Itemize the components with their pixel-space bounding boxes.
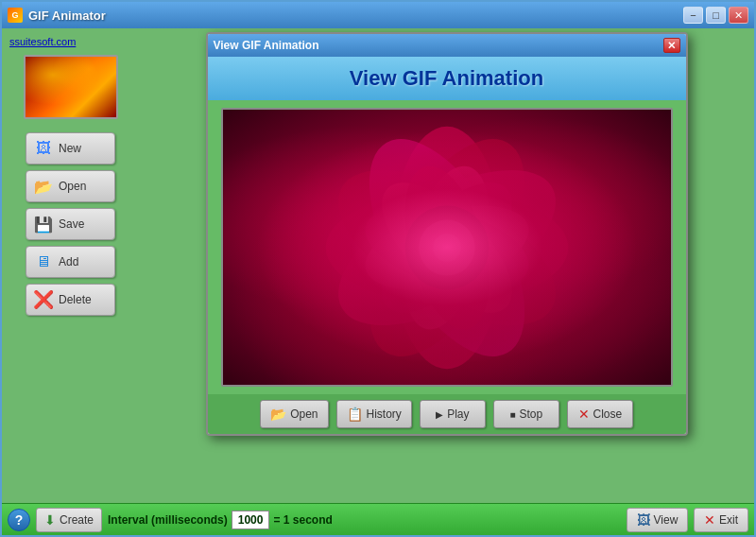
main-window: G GIF Animator − □ ✕ ssuitesoft.com 🖼 Ne… xyxy=(0,0,756,537)
close-window-button[interactable]: ✕ xyxy=(729,7,748,24)
exit-label: Exit xyxy=(719,513,738,527)
interval-display: Interval (milliseconds) 1000 = 1 second xyxy=(108,511,333,529)
modal-history-icon: 📋 xyxy=(347,407,363,422)
title-bar-left: G GIF Animator xyxy=(8,8,106,23)
interval-unit: = 1 second xyxy=(273,513,332,527)
add-button[interactable]: 🖥 Add xyxy=(26,246,115,278)
modal-history-label: History xyxy=(367,407,402,421)
new-label: New xyxy=(59,142,81,155)
flower-petals-overlay xyxy=(223,110,671,385)
app-title: GIF Animator xyxy=(28,9,106,23)
save-icon: 💾 xyxy=(34,215,53,234)
save-label: Save xyxy=(59,217,84,231)
modal-close-footer-button[interactable]: ✕ Close xyxy=(567,400,633,428)
view-label: View xyxy=(654,513,679,527)
modal-open-button[interactable]: 📂 Open xyxy=(260,400,328,428)
sidebar: ssuitesoft.com 🖼 New 📂 Open 💾 Save 🖥 xyxy=(2,28,139,503)
title-controls: − □ ✕ xyxy=(683,7,748,24)
minimize-button[interactable]: − xyxy=(683,7,703,24)
main-content: View GIF Animation ✕ View GIF Animation xyxy=(139,28,754,503)
modal-dialog: View GIF Animation ✕ View GIF Animation xyxy=(206,32,688,436)
save-button[interactable]: 💾 Save xyxy=(26,208,115,240)
brand-label[interactable]: ssuitesoft.com xyxy=(2,36,76,47)
modal-titlebar: View GIF Animation ✕ xyxy=(208,34,686,57)
new-icon: 🖼 xyxy=(34,139,53,158)
create-button[interactable]: ⬇ Create xyxy=(36,508,102,532)
content-area: ssuitesoft.com 🖼 New 📂 Open 💾 Save 🖥 xyxy=(2,28,754,503)
play-icon: ▶ xyxy=(436,409,443,420)
stop-icon: ■ xyxy=(509,409,515,420)
modal-open-label: Open xyxy=(290,407,318,421)
flower-image xyxy=(223,110,671,385)
interval-label: Interval (milliseconds) xyxy=(108,513,228,527)
exit-icon: ✕ xyxy=(704,512,715,528)
modal-overlay: View GIF Animation ✕ View GIF Animation xyxy=(139,28,754,503)
delete-label: Delete xyxy=(59,293,92,306)
add-icon: 🖥 xyxy=(34,252,53,271)
modal-history-button[interactable]: 📋 History xyxy=(336,400,412,428)
interval-value[interactable]: 1000 xyxy=(232,511,270,529)
bottom-bar: ? ⬇ Create Interval (milliseconds) 1000 … xyxy=(2,503,754,535)
modal-stop-label: Stop xyxy=(520,407,543,421)
animation-frame xyxy=(221,108,673,387)
exit-button[interactable]: ✕ Exit xyxy=(694,508,748,532)
open-icon: 📂 xyxy=(34,177,53,196)
modal-close-footer-label: Close xyxy=(593,407,623,421)
modal-play-button[interactable]: ▶ Play xyxy=(420,400,486,428)
thumbnail-leaves xyxy=(26,57,116,117)
modal-header: View GIF Animation xyxy=(208,57,686,100)
modal-open-icon: 📂 xyxy=(270,407,286,422)
view-icon: 🖼 xyxy=(637,512,650,528)
add-label: Add xyxy=(59,255,78,268)
title-bar: G GIF Animator − □ ✕ xyxy=(2,2,754,28)
create-icon: ⬇ xyxy=(44,512,56,528)
create-label: Create xyxy=(60,513,94,527)
open-label: Open xyxy=(59,180,86,193)
modal-play-label: Play xyxy=(447,407,469,421)
modal-close-button[interactable]: ✕ xyxy=(663,38,680,53)
modal-close-footer-icon: ✕ xyxy=(578,407,590,422)
modal-body xyxy=(208,100,686,394)
delete-button[interactable]: ❌ Delete xyxy=(26,284,115,316)
delete-icon: ❌ xyxy=(34,290,53,309)
app-icon: G xyxy=(8,8,23,23)
new-button[interactable]: 🖼 New xyxy=(26,132,115,165)
thumbnail-area xyxy=(24,55,118,119)
modal-title: View GIF Animation xyxy=(214,39,319,52)
modal-stop-button[interactable]: ■ Stop xyxy=(493,400,559,428)
modal-header-title: View GIF Animation xyxy=(350,66,543,90)
open-button[interactable]: 📂 Open xyxy=(26,170,115,202)
modal-footer: 📂 Open 📋 History ▶ Play ■ xyxy=(208,394,686,434)
help-button[interactable]: ? xyxy=(8,509,30,531)
thumbnail-flower xyxy=(26,57,116,117)
maximize-button[interactable]: □ xyxy=(706,7,726,24)
view-button[interactable]: 🖼 View xyxy=(627,508,688,532)
